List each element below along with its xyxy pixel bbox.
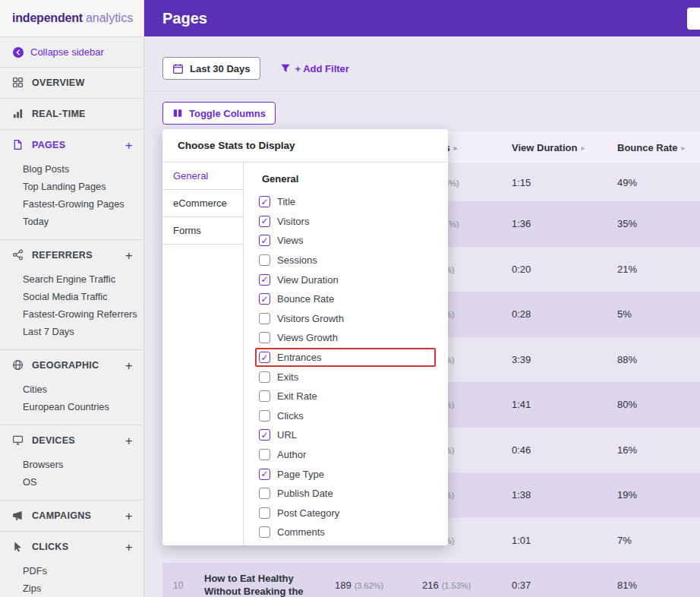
add-icon[interactable]: + <box>125 249 133 262</box>
sidebar-subitem-search-engine-traffic[interactable]: Search Engine Traffic <box>0 270 143 288</box>
sidebar-item-campaigns[interactable]: CAMPAIGNS+ <box>0 501 143 531</box>
sidebar-subitem-today[interactable]: Today <box>0 213 143 230</box>
checkbox-icon[interactable] <box>259 196 270 207</box>
sidebar-subitem-fastest-growing-referrers[interactable]: Fastest-Growing Referrers <box>0 305 143 323</box>
row-title[interactable]: How to Eat Healthy Without Breaking the <box>194 573 324 597</box>
sidebar-subitem-browsers[interactable]: Browsers <box>0 456 143 473</box>
sidebar-item-real-time[interactable]: REAL-TIME <box>0 99 143 129</box>
sidebar-section-label: GEOGRAPHIC <box>32 360 125 371</box>
dashboard-icon <box>12 77 24 89</box>
sidebar-subitem-social-media-traffic[interactable]: Social Media Traffic <box>0 288 143 305</box>
stat-option-view-duration[interactable]: View Duration <box>259 270 436 289</box>
stat-option-publish-date[interactable]: Publish Date <box>259 484 436 504</box>
checkbox-icon[interactable] <box>259 410 270 422</box>
checkbox-icon[interactable] <box>259 526 270 538</box>
sidebar-subitem-zips[interactable]: Zips <box>0 580 143 597</box>
date-range-button[interactable]: Last 30 Days <box>162 57 260 80</box>
stat-option-comments[interactable]: Comments <box>259 523 436 542</box>
sidebar-subitem-last-7-days[interactable]: Last 7 Days <box>0 323 143 340</box>
checkbox-icon[interactable] <box>259 293 270 305</box>
sidebar-subitem-blog-posts[interactable]: Blog Posts <box>0 160 143 178</box>
checkbox-icon[interactable] <box>259 274 270 286</box>
row-view-duration: 1:41 <box>501 399 607 410</box>
header-action-button[interactable] <box>687 8 700 30</box>
popup-tab-general[interactable]: General <box>162 163 243 190</box>
sidebar-section-children: CitiesEuropean Countries <box>0 381 143 425</box>
stat-option-entrances[interactable]: Entrances <box>255 348 436 368</box>
sidebar-subitem-cities[interactable]: Cities <box>0 381 143 398</box>
stat-option-visitors-growth[interactable]: Visitors Growth <box>259 309 436 329</box>
stat-option-post-category[interactable]: Post Category <box>259 504 436 523</box>
stat-option-views[interactable]: Views <box>259 231 436 251</box>
sidebar-nav: OVERVIEWREAL-TIMEPAGES+Blog PostsTop Lan… <box>0 68 143 597</box>
stat-option-sessions[interactable]: Sessions <box>259 251 436 270</box>
popup-tab-forms[interactable]: Forms <box>162 217 243 245</box>
sidebar-item-clicks[interactable]: CLICKS+ <box>0 532 143 562</box>
checkbox-icon[interactable] <box>259 313 270 324</box>
stat-option-label: View Duration <box>277 274 339 286</box>
stat-option-page-type[interactable]: Page Type <box>259 464 436 484</box>
row-number: 10 <box>162 580 194 591</box>
app: independent analytics Collapse sidebar O… <box>0 0 700 597</box>
stat-option-label: URL <box>277 429 297 441</box>
row-view-duration: 0:37 <box>501 580 607 591</box>
stat-option-label: Sessions <box>277 254 317 266</box>
sidebar-subitem-european-countries[interactable]: European Countries <box>0 398 143 415</box>
sidebar-subitem-top-landing-pages[interactable]: Top Landing Pages <box>0 178 143 195</box>
filters-toolbar: Last 30 Days + Add Filter <box>144 36 700 92</box>
add-icon[interactable]: + <box>125 139 133 152</box>
sidebar-subitem-pdfs[interactable]: PDFs <box>0 562 143 580</box>
stat-option-bounce-rate[interactable]: Bounce Rate <box>259 289 436 309</box>
sidebar-subitem-os[interactable]: OS <box>0 473 143 491</box>
stat-option-label: Views Growth <box>277 332 338 343</box>
row-bounce-rate: 80% <box>607 399 700 410</box>
popup-tab-ecommerce[interactable]: eCommerce <box>162 190 243 217</box>
checkbox-icon[interactable] <box>259 488 270 499</box>
table-row: 10How to Eat Healthy Without Breaking th… <box>162 563 700 597</box>
sidebar-subitem-fastest-growing-pages[interactable]: Fastest-Growing Pages <box>0 195 143 213</box>
checkbox-icon[interactable] <box>259 390 270 402</box>
add-icon[interactable]: + <box>125 434 133 447</box>
stat-option-author[interactable]: Author <box>259 445 436 465</box>
checkbox-icon[interactable] <box>259 254 270 266</box>
checkbox-icon[interactable] <box>259 371 270 383</box>
stat-option-clicks[interactable]: Clicks <box>259 406 436 426</box>
stat-option-views-growth[interactable]: Views Growth <box>259 328 436 348</box>
devices-icon <box>12 434 24 447</box>
stat-option-exits[interactable]: Exits <box>259 367 436 387</box>
sidebar-section: REFERRERS+Search Engine TrafficSocial Me… <box>0 240 143 350</box>
add-icon[interactable]: + <box>125 510 133 523</box>
sidebar-section-children: BrowsersOS <box>0 456 143 500</box>
sidebar-section: DEVICES+BrowsersOS <box>0 425 143 501</box>
sidebar-item-devices[interactable]: DEVICES+ <box>0 425 143 456</box>
stat-option-exit-rate[interactable]: Exit Rate <box>259 387 436 406</box>
add-icon[interactable]: + <box>125 541 133 554</box>
add-filter-label: + Add Filter <box>295 63 349 74</box>
checkbox-icon[interactable] <box>259 429 270 441</box>
checkbox-icon[interactable] <box>259 449 270 460</box>
toggle-columns-button[interactable]: Toggle Columns <box>162 102 276 125</box>
stat-option-visitors[interactable]: Visitors <box>259 212 436 232</box>
stat-option-title[interactable]: Title <box>259 192 436 212</box>
toggle-columns-label: Toggle Columns <box>189 108 266 119</box>
checkbox-icon[interactable] <box>259 332 270 343</box>
column-header-bounce-rate[interactable]: Bounce Rate▸ <box>607 142 700 153</box>
row-bounce-rate: 81% <box>607 580 700 591</box>
add-filter-button[interactable]: + Add Filter <box>276 62 354 75</box>
checkbox-icon[interactable] <box>259 352 270 363</box>
collapse-sidebar-button[interactable]: Collapse sidebar <box>0 37 143 68</box>
sidebar-item-referrers[interactable]: REFERRERS+ <box>0 240 143 270</box>
sidebar-item-geographic[interactable]: GEOGRAPHIC+ <box>0 350 143 381</box>
sidebar-item-overview[interactable]: OVERVIEW <box>0 68 143 98</box>
stat-option-url[interactable]: URL <box>259 425 436 445</box>
checkbox-icon[interactable] <box>259 216 270 227</box>
checkbox-icon[interactable] <box>259 507 270 519</box>
sidebar-section-label: DEVICES <box>32 435 125 446</box>
collapse-arrow-icon <box>12 46 24 58</box>
checkbox-icon[interactable] <box>259 235 270 246</box>
checkbox-icon[interactable] <box>259 469 270 480</box>
column-header-view-duration[interactable]: View Duration▸ <box>501 142 607 153</box>
column-label: Bounce Rate <box>617 142 677 153</box>
add-icon[interactable]: + <box>125 359 133 372</box>
sidebar-item-pages[interactable]: PAGES+ <box>0 130 143 160</box>
